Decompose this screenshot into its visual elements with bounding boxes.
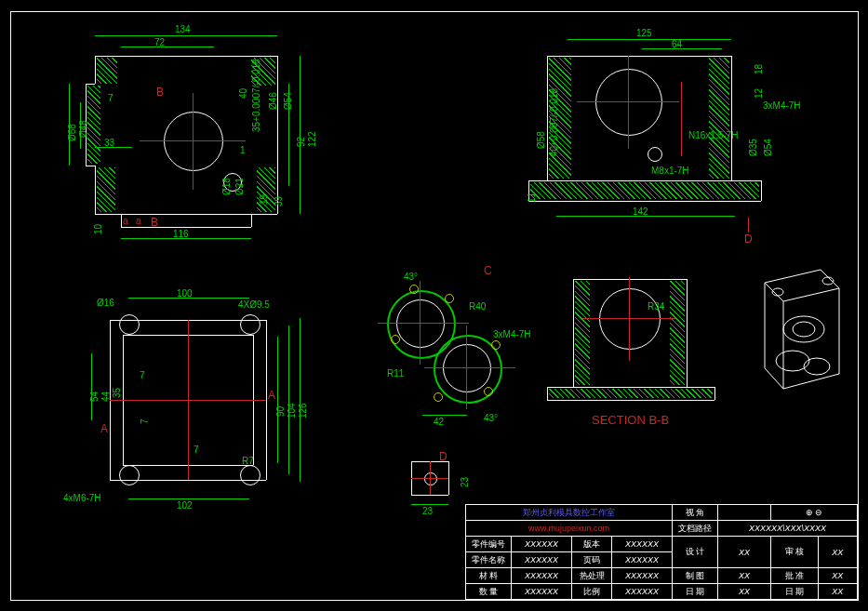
- hdr-blank: [718, 505, 771, 521]
- dim-phi35-r: Ø35: [748, 139, 758, 156]
- dim-10: 10: [93, 224, 103, 234]
- dim-126: 126: [298, 403, 308, 418]
- label-A: A: [268, 389, 275, 402]
- svg-point-3: [804, 358, 830, 375]
- dim-phi58: Ø58: [536, 131, 546, 149]
- dim-r34: R34: [648, 301, 664, 312]
- svg-point-1: [793, 322, 815, 337]
- dim-23-d: 23: [460, 477, 470, 487]
- dim-23-d2: 23: [422, 506, 433, 516]
- dim-tol40: 40+0.007/-0.018: [549, 88, 559, 156]
- dim-r7: R7: [242, 456, 254, 466]
- title-url: www.mujupeixun.com: [528, 524, 609, 533]
- dim-100: 100: [177, 288, 193, 299]
- dim-43b: 43°: [484, 413, 498, 423]
- dim-phi48: Ø48: [78, 120, 88, 138]
- dim-7-t2: 7: [194, 445, 199, 455]
- dim-102: 102: [177, 500, 193, 511]
- dim-phi16: Ø16: [97, 298, 114, 308]
- label-A2: A: [100, 422, 108, 435]
- label-B2: B: [151, 216, 158, 229]
- hdr-proj: ⊕ ⊖: [771, 505, 858, 521]
- dim-90: 90: [275, 406, 286, 417]
- dim-12: 12: [754, 88, 764, 99]
- dim-54: 54: [89, 392, 100, 402]
- title-header: 郑州贞利模具数控工作室: [523, 508, 615, 517]
- dim-7: 7: [108, 93, 114, 103]
- path-val: XXXXXX\XXX\XXXX: [718, 521, 858, 537]
- dim-64: 64: [672, 39, 682, 49]
- dim-122: 122: [307, 131, 317, 147]
- dim-7-t3: 7: [140, 418, 150, 424]
- label-D: D: [744, 232, 753, 246]
- path-label: 文档路径: [673, 521, 718, 537]
- dim-72: 72: [154, 37, 165, 47]
- label-3m4-c: 3xM4-7H: [493, 329, 531, 339]
- dim-39: 39: [274, 196, 284, 206]
- label-3xM4-right: 3xM4-7H: [763, 100, 801, 111]
- dim-104: 104: [287, 403, 297, 418]
- label-B: B: [156, 86, 164, 99]
- label-N16: N16x1.5-7H: [688, 130, 738, 140]
- dim-142: 142: [633, 206, 648, 217]
- dim-phi18: Ø18: [221, 178, 232, 195]
- svg-point-0: [783, 316, 824, 342]
- title-block: 郑州贞利模具数控工作室 视 角 ⊕ ⊖ www.mujupeixun.com 文…: [465, 504, 858, 600]
- dim-33: 33: [104, 138, 114, 148]
- dim-44: 44: [100, 392, 111, 402]
- label-4x95: 4XØ9.5: [238, 299, 270, 310]
- label-C: C: [484, 264, 492, 277]
- dim-18: 18: [754, 64, 764, 74]
- dim-134: 134: [175, 24, 191, 34]
- dim-116: 116: [173, 229, 189, 239]
- dim-phi46: Ø46: [268, 92, 278, 110]
- dim-phi21: Ø21: [234, 178, 245, 195]
- label-section-bb: SECTION B-B: [592, 413, 669, 427]
- dim-125: 125: [636, 28, 652, 38]
- dim-43deg: 43°: [404, 272, 418, 282]
- dim-r11: R11: [387, 368, 404, 379]
- dim-40: 40: [238, 88, 248, 99]
- label-a2: a: [136, 216, 141, 226]
- dim-phi68: Ø68: [67, 124, 77, 141]
- dim-r40: R40: [469, 301, 486, 312]
- dim-tol35: 35+0.0007/-0.018: [251, 59, 261, 132]
- dim-19: 19: [259, 194, 269, 205]
- label-a1: a: [123, 216, 128, 226]
- dim-92: 92: [296, 137, 306, 147]
- dim-42: 42: [434, 417, 444, 427]
- dim-phi54-r: Ø54: [763, 139, 773, 156]
- hdr-view: 视 角: [673, 505, 718, 521]
- dim-7-t1: 7: [140, 370, 145, 380]
- dim-11: 11: [527, 193, 537, 203]
- dim-1: 1: [240, 145, 246, 155]
- label-4m6: 4xM6-7H: [63, 493, 101, 503]
- label-M8: M8x1-7H: [651, 166, 689, 176]
- dim-35: 35: [112, 388, 122, 398]
